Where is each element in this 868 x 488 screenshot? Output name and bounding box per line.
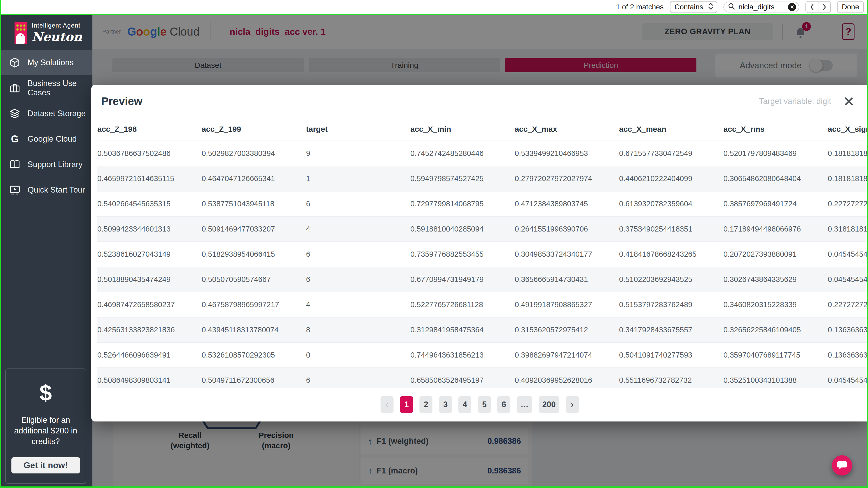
page-button-…[interactable]: … (517, 396, 532, 413)
table-cell: 9 (306, 141, 410, 166)
find-filter-value: Contains (675, 3, 704, 11)
table-cell: 0.5099423344601313 (97, 217, 202, 242)
table-cell: 0.5018890435474249 (97, 267, 202, 292)
briefcase-icon (9, 82, 21, 94)
dollar-icon: $ (6, 380, 86, 406)
capture-border-bottom (0, 486, 868, 488)
chat-bubble-icon (837, 460, 847, 471)
sidebar-item-label: Google Cloud (28, 134, 77, 144)
table-cell: 0.5511696732782732 (619, 368, 723, 388)
table-cell: 0.5091469477033207 (202, 217, 306, 242)
find-filter-select[interactable]: Contains (670, 1, 717, 13)
page-button-5[interactable]: 5 (478, 396, 491, 413)
table-cell: 0.13636363636363 (828, 343, 868, 368)
target-variable-label: Target variable: digit (759, 97, 831, 106)
table-cell: 0.18181818181818 (828, 166, 868, 191)
table-cell: 0.4647047126665341 (202, 166, 306, 191)
get-it-now-button[interactable]: Get it now! (11, 457, 80, 473)
find-matches-count: 1 of 2 matches (616, 3, 664, 11)
table-cell: 0.3525100343101388 (723, 368, 828, 388)
table-cell: 6 (306, 267, 410, 292)
chat-launcher-button[interactable] (832, 455, 852, 476)
book-icon (9, 159, 21, 170)
table-cell: 0.5041091740277593 (619, 343, 723, 368)
sidebar-item-label: Business Use Cases (28, 79, 92, 97)
sidebar-item-label: My Solutions (28, 58, 73, 67)
page-button-200[interactable]: 200 (538, 396, 559, 413)
find-done-button[interactable]: Done (837, 1, 864, 13)
table-cell: 0.505070590574667 (202, 267, 306, 292)
page-button-2[interactable]: 2 (420, 396, 432, 413)
table-cell: 4 (306, 217, 410, 242)
column-header-acc_X_sign: acc_X_sign (828, 118, 868, 141)
table-cell: 0.42563133823821836 (97, 317, 202, 343)
search-icon (727, 2, 735, 12)
clear-search-icon[interactable]: ✕ (788, 3, 796, 11)
table-cell: 0.46987472658580237 (97, 292, 202, 317)
sidebar-item-my-solutions[interactable]: My Solutions (0, 50, 92, 75)
sidebar-item-dataset-storage[interactable]: Dataset Storage (0, 101, 92, 126)
table-row: 0.425631338238218360.4394511831378007480… (97, 317, 868, 343)
page-button-1[interactable]: 1 (400, 396, 413, 413)
table-row: 0.469874726585802370.4675879896599721740… (97, 292, 868, 317)
table-row: 0.52386160270431490.518293895406641560.7… (97, 242, 868, 267)
sidebar-item-label: Quick Start Tour (28, 185, 85, 195)
table-cell: 0.04545454545454 (828, 368, 868, 388)
table-cell: 0.46599721614635115 (97, 166, 202, 191)
capture-border-top (0, 14, 868, 15)
select-stepper-icon (708, 2, 714, 12)
table-cell: 6 (306, 242, 410, 267)
sidebar-item-label: Support Library (28, 160, 83, 169)
table-cell: 0.30498533724340177 (515, 242, 619, 267)
table-cell: 0.30654862080648404 (723, 166, 828, 191)
table-row: 0.52644660966394910.532610857029230500.7… (97, 343, 868, 368)
neuton-logo: Intelligent Agent Neuton (0, 14, 92, 44)
app-root: 1 of 2 matches Contains nicla_digits ✕ D… (0, 0, 868, 488)
sidebar-item-business-use-cases[interactable]: Business Use Cases (0, 75, 92, 101)
column-header-acc_X_max: acc_X_max (515, 118, 619, 141)
table-cell: 0.7359776882553455 (410, 242, 515, 267)
find-search-input[interactable]: nicla_digits ✕ (723, 2, 799, 12)
sidebar: Intelligent Agent Neuton My SolutionsBus… (0, 14, 92, 488)
column-header-acc_X_rms: acc_X_rms (723, 118, 828, 141)
table-cell: 0.27972027972027974 (515, 166, 619, 191)
table-row: 0.50864983098031410.504971167230065660.6… (97, 368, 868, 388)
credits-promo-card: $ Eligible for an additional $200 in cre… (5, 369, 86, 484)
sidebar-nav: My SolutionsBusiness Use CasesDataset St… (0, 50, 92, 203)
pagination-next-button[interactable]: › (566, 396, 579, 413)
table-cell: 0.3417928433675557 (619, 317, 723, 343)
table-cell: 0.3753490254418351 (619, 217, 723, 242)
sidebar-item-google-cloud[interactable]: GGoogle Cloud (0, 126, 92, 152)
table-cell: 0.5049711672300656 (202, 368, 306, 388)
browser-find-bar: 1 of 2 matches Contains nicla_digits ✕ D… (0, 0, 868, 14)
modal-title: Preview (101, 95, 143, 108)
preview-table: acc_Z_198acc_Z_199targetacc_X_minacc_X_m… (97, 118, 868, 388)
table-cell: 6 (306, 368, 410, 388)
table-cell: 0.5264466096639491 (97, 343, 202, 368)
page-button-3[interactable]: 3 (439, 396, 452, 413)
table-cell: 0.5036786637502486 (97, 141, 202, 166)
close-icon[interactable] (844, 96, 854, 107)
table-cell: 0 (306, 343, 410, 368)
table-cell: 0.2641551996390706 (515, 217, 619, 242)
table-cell: 0.3026743864335629 (723, 267, 828, 292)
page-button-6[interactable]: 6 (497, 396, 510, 413)
sidebar-item-quick-start-tour[interactable]: Quick Start Tour (0, 177, 92, 203)
table-cell: 0.5918810040285094 (410, 217, 515, 242)
table-row: 0.54026645456353150.538775104394511860.7… (97, 191, 868, 217)
pagination-previous-button[interactable]: ‹ (380, 396, 394, 413)
find-previous-button[interactable] (806, 2, 818, 12)
table-cell: 0.3153620572975412 (515, 317, 619, 343)
sidebar-item-support-library[interactable]: Support Library (0, 152, 92, 177)
table-cell: 0.4712384389803745 (515, 191, 619, 217)
find-next-button[interactable] (818, 2, 830, 12)
column-header-acc_Z_199: acc_Z_199 (202, 118, 306, 141)
layers-icon (9, 108, 21, 119)
find-nav-group (805, 1, 831, 13)
table-cell: 0.5949798574527425 (410, 166, 515, 191)
table-cell: 0.5387751043945118 (202, 191, 306, 217)
neuton-logo-icon (14, 22, 27, 44)
table-cell: 0.22727272727272 (828, 292, 868, 317)
table-cell: 0.5227765726681128 (410, 292, 515, 317)
page-button-4[interactable]: 4 (458, 396, 471, 413)
